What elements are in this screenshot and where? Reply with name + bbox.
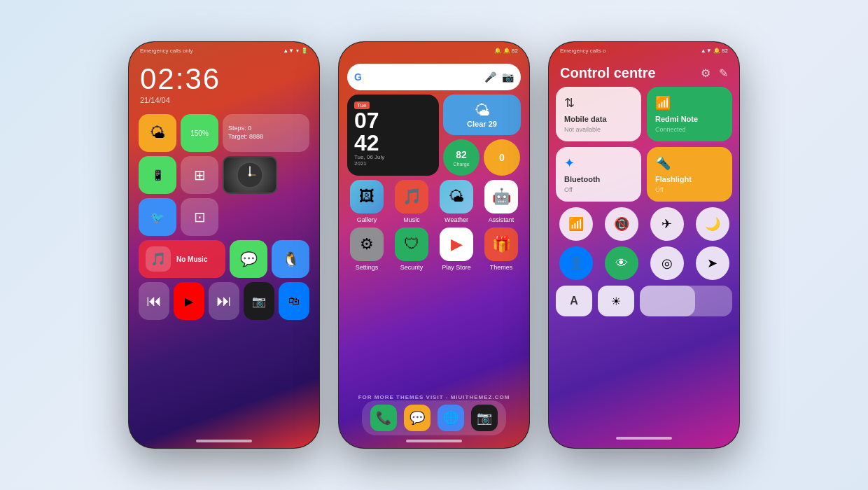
phones-container: Emergency calls only ▲▼ ▾ 🔋 02:36 21/14/…	[129, 42, 739, 448]
phone1-clock-widget: 02:36 21/14/04	[129, 57, 319, 110]
security-app[interactable]: 🛡 Security	[392, 227, 431, 271]
dnd-tile[interactable]: 📵	[605, 207, 638, 241]
flashlight-icon: 🔦	[655, 155, 724, 171]
phone2-search-bar[interactable]: G 🎤 📷	[347, 64, 521, 90]
clock-svg	[232, 161, 267, 189]
phone1-status-bar: Emergency calls only ▲▼ ▾ 🔋	[129, 42, 319, 57]
camera-btn[interactable]: 📷	[244, 282, 274, 320]
frame-widget[interactable]: ⊞	[181, 156, 218, 194]
font-tile[interactable]: A	[556, 286, 592, 316]
control-centre-title: Control centre	[560, 65, 656, 81]
phone1-row3: 🐦 ⊡	[139, 198, 309, 236]
weather-icon-btn[interactable]: 🌤	[139, 114, 176, 152]
theme-tile[interactable]: ◎	[650, 246, 684, 280]
cc-small-tiles: 📶 📵 ✈ 🌙	[549, 207, 739, 241]
gallery-app[interactable]: 🖼 Gallery	[347, 180, 386, 223]
phone2-bell-icon: 🔔	[494, 48, 501, 54]
frame2-widget[interactable]: ⊡	[181, 198, 218, 236]
playstore-app[interactable]: ▶ Play Store	[437, 227, 476, 271]
mobile-data-tile[interactable]: ⇅ Mobile data Not available	[556, 87, 641, 141]
assistant-app[interactable]: 🤖 Assistant	[482, 180, 521, 223]
music-widget[interactable]: 🎵 No Music	[139, 240, 225, 278]
next-btn[interactable]: ⏭	[209, 282, 239, 320]
settings-app[interactable]: ⚙ Settings	[347, 227, 386, 271]
portrait-tile[interactable]: 👤	[559, 246, 593, 280]
phone2-clock-widget: Tue 07 42 Tue, 06 July 2021	[347, 94, 439, 176]
other-value: 0	[499, 152, 505, 163]
wifi-sub: Connected	[655, 126, 724, 133]
cc-tiles-grid: ⇅ Mobile data Not available 📶 Redmi Note…	[549, 87, 739, 202]
phone2-clock-display: 07 42	[354, 109, 432, 154]
themes-app[interactable]: 🎁 Themes	[482, 227, 521, 271]
prev-btn[interactable]: ⏮	[139, 282, 169, 320]
control-centre-title-row: Control centre ⚙ ✎	[549, 57, 739, 87]
phone2-dock: 📞 💬 🌐 📷	[362, 400, 506, 435]
settings-cc-icon[interactable]: ⚙	[701, 66, 710, 80]
phone3-home-indicator	[616, 437, 672, 440]
theme-icon: ◎	[662, 255, 673, 271]
phone3-screen: Emergency calls o ▲▼ 🔔 82 Control centre…	[549, 42, 739, 448]
phone1-screen: Emergency calls only ▲▼ ▾ 🔋 02:36 21/14/…	[129, 42, 319, 448]
playstore-icon: ▶	[440, 227, 473, 261]
phone2-screen: 🔔 🔔 82 G 🎤 📷 Tue	[339, 42, 529, 448]
phone-dock-icon[interactable]: 📞	[370, 405, 397, 431]
weather-label: Clear 29	[467, 120, 497, 128]
mic-icon[interactable]: 🎤	[484, 71, 496, 83]
watermark: FOR MORE THEMES VISIT - MIUITHEMEZ.COM	[358, 394, 510, 400]
phone1-clock-time: 02:36	[140, 62, 308, 96]
settings-icon: ⚙	[350, 227, 384, 261]
phone2-minute: 42	[354, 130, 379, 155]
brightness-slider[interactable]	[640, 286, 732, 316]
brightness-icon: ☀	[611, 295, 621, 308]
music-app[interactable]: 🎵 Music	[392, 180, 431, 223]
edit-cc-icon[interactable]: ✎	[719, 66, 728, 80]
flashlight-tile[interactable]: 🔦 Flashlight Off	[647, 147, 732, 202]
app-widget[interactable]: 🐦	[139, 198, 176, 236]
camera-dock-icon[interactable]: 📷	[471, 405, 498, 431]
phone2-home-indicator	[406, 440, 462, 442]
font-icon: A	[570, 295, 578, 307]
google-g-icon: G	[354, 71, 362, 83]
shop-btn[interactable]: 🛍	[279, 282, 309, 320]
phone2-hour: 07	[354, 108, 379, 133]
weather-label-app: Weather	[444, 216, 468, 223]
wifi-cc-icon: 📶	[655, 95, 724, 111]
weather-app[interactable]: 🌤 Weather	[437, 180, 476, 223]
phone1-music-row: 🎵 No Music 💬 🐧	[139, 240, 309, 278]
charge-widget: 82 Charge	[443, 139, 479, 176]
wifi-small-tile[interactable]: 📶	[559, 207, 593, 241]
signal-icon: ▲▼	[283, 48, 294, 54]
screen-widget[interactable]: 📱	[139, 156, 176, 194]
qq-icon[interactable]: 🐧	[272, 240, 309, 278]
moon-tile[interactable]: 🌙	[696, 207, 729, 241]
location-tile[interactable]: ➤	[696, 246, 729, 280]
eye-tile[interactable]: 👁	[605, 246, 638, 280]
battery-widget[interactable]: 150%	[181, 114, 218, 152]
wechat-icon[interactable]: 💬	[230, 240, 267, 278]
phone1-row1: 🌤 150% Steps: 0Target: 8888	[139, 114, 309, 152]
gallery-label: Gallery	[357, 216, 377, 223]
wifi-title: Redmi Note	[655, 115, 724, 123]
chrome-dock-icon[interactable]: 🌐	[438, 405, 464, 431]
messages-dock-icon[interactable]: 💬	[404, 405, 430, 431]
wifi-tile[interactable]: 📶 Redmi Note Connected	[647, 87, 732, 141]
phone2-status-icons: 🔔 🔔 82	[494, 48, 518, 54]
bluetooth-icon: ✦	[564, 155, 633, 171]
phone2-apps-row1: 🖼 Gallery 🎵 Music 🌤 Weather 🤖 Assistant	[339, 180, 529, 223]
weather-icon-app: 🌤	[440, 180, 473, 214]
camera-search-icon[interactable]: 📷	[502, 71, 514, 83]
airplane-tile[interactable]: ✈	[650, 207, 684, 241]
phone1-widgets: 🌤 150% Steps: 0Target: 8888 📱 ⊞	[129, 110, 319, 324]
cc-bottom-row: A ☀	[549, 286, 739, 316]
youtube-btn[interactable]: ▶	[174, 282, 204, 320]
phone3-status-left: Emergency calls o	[560, 48, 606, 54]
phone3-status-icons: ▲▼ 🔔 82	[701, 48, 728, 54]
steps-text: Steps: 0Target: 8888	[228, 125, 263, 141]
brightness-tile[interactable]: ☀	[598, 286, 634, 316]
cc-header-icons: ⚙ ✎	[701, 66, 728, 80]
charge-label: Charge	[454, 162, 470, 167]
bluetooth-tile[interactable]: ✦ Bluetooth Off	[556, 147, 641, 202]
music-icon: 🎵	[146, 246, 171, 272]
assistant-icon: 🤖	[484, 180, 518, 214]
phone2-battery-text: 🔔 82	[503, 48, 518, 54]
